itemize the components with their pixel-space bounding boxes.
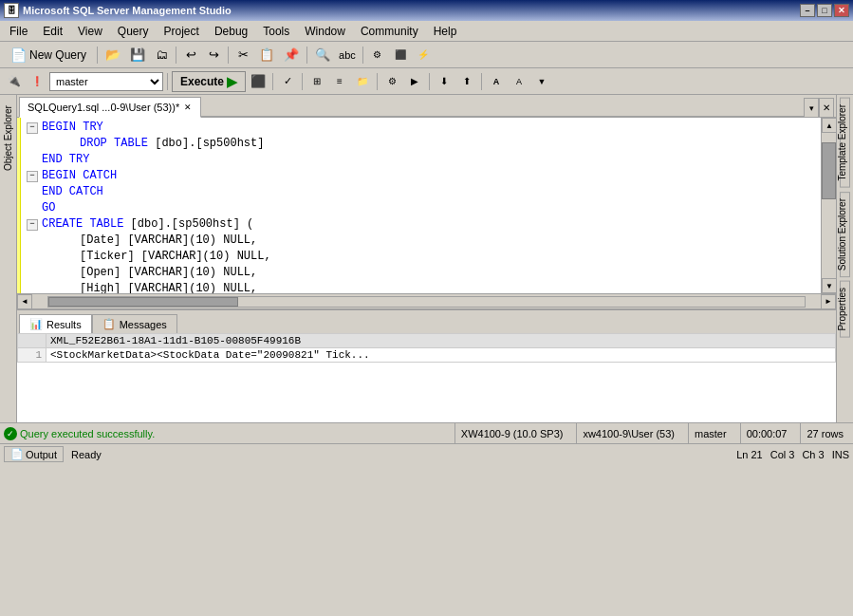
toggle-results[interactable]: ⬇: [434, 71, 454, 92]
separator6: [167, 73, 168, 90]
query-options[interactable]: ⚙: [381, 71, 402, 92]
code-token: END TRY: [42, 152, 89, 168]
results-tab-label: Results: [46, 319, 82, 330]
results-panel: 📊 Results 📋 Messages XML_F52E2B61-18A1-1…: [17, 308, 836, 422]
scroll-right-button[interactable]: ►: [821, 294, 836, 309]
copy-button[interactable]: 📋: [255, 45, 278, 65]
scroll-left-button[interactable]: ◄: [17, 294, 32, 309]
app-title: Microsoft SQL Server Management Studio: [23, 5, 800, 16]
hscroll-track: [47, 296, 806, 308]
execute-label: Execute: [180, 75, 224, 88]
fold-icon[interactable]: −: [27, 122, 38, 134]
scroll-thumb[interactable]: [822, 142, 836, 199]
code-token: [dbo].[sp500hst] (: [123, 216, 253, 233]
menu-project[interactable]: Project: [157, 21, 207, 41]
solution-explorer-tab[interactable]: Solution Explorer: [840, 192, 850, 277]
open-button[interactable]: 📂: [102, 45, 124, 65]
code-line: −BEGIN CATCH: [27, 168, 815, 184]
vertical-scrollbar[interactable]: ▲ ▼: [821, 118, 836, 293]
status-db: master: [688, 423, 732, 443]
stop-button[interactable]: ⬛: [248, 71, 269, 92]
execute-button[interactable]: Execute ▶: [172, 71, 246, 92]
status-user: xw4100-9\User (53): [576, 423, 680, 443]
object-explorer-tab[interactable]: Object Explorer: [0, 99, 16, 177]
properties-tab[interactable]: Properties: [840, 281, 850, 338]
separator9: [377, 73, 378, 90]
results-body: 1<StockMarketData><StockData Date="20090…: [18, 348, 836, 363]
toggle-messages[interactable]: ⬆: [456, 71, 477, 92]
right-sidebar: Template Explorer Solution Explorer Prop…: [836, 95, 853, 422]
toolbar-btn-misc3[interactable]: ⬛: [390, 45, 411, 65]
menu-debug[interactable]: Debug: [207, 21, 255, 41]
new-query-button[interactable]: 📄 New Query: [4, 45, 93, 65]
disconnect-button[interactable]: ❗: [27, 71, 47, 92]
maximize-button[interactable]: □: [817, 4, 832, 17]
menu-edit[interactable]: Edit: [35, 21, 70, 41]
find-button[interactable]: 🔍: [311, 45, 334, 65]
menu-community[interactable]: Community: [353, 21, 426, 41]
code-line: DROP TABLE [dbo].[sp500hst]: [27, 136, 815, 152]
editor-with-scroll: −BEGIN TRYDROP TABLE [dbo].[sp500hst]END…: [17, 118, 836, 293]
connect-button[interactable]: 🔌: [4, 71, 25, 92]
text-format-dd[interactable]: ▼: [531, 71, 552, 92]
template-explorer-tab[interactable]: Template Explorer: [840, 98, 850, 188]
col-header-xml: XML_F52E2B61-18A1-11d1-B105-00805F49916B: [46, 334, 836, 348]
menu-tools[interactable]: Tools: [255, 21, 297, 41]
ready-text: Ready: [71, 449, 102, 460]
separator1: [97, 47, 98, 64]
close-button[interactable]: ✕: [834, 4, 849, 17]
messages-tab-icon: 📋: [102, 318, 116, 330]
results-tab-bar: 📊 Results 📋 Messages: [17, 310, 836, 333]
messages-tab-label: Messages: [120, 319, 167, 330]
results-to-grid[interactable]: ⊞: [306, 71, 327, 92]
output-label: Output: [26, 449, 57, 460]
query-tab[interactable]: SQLQuery1.sql ...0-9\User (53))* ✕: [19, 97, 201, 118]
fold-icon[interactable]: −: [27, 171, 38, 182]
cmd-mode[interactable]: ▶: [404, 71, 425, 92]
fold-icon[interactable]: −: [27, 219, 38, 231]
save-button[interactable]: 💾: [126, 45, 149, 65]
paste-button[interactable]: 📌: [280, 45, 303, 65]
text-format-2[interactable]: A: [509, 71, 529, 92]
menu-window[interactable]: Window: [297, 21, 353, 41]
close-all-tabs-button[interactable]: ✕: [819, 98, 834, 117]
undo-button[interactable]: ↩: [180, 45, 201, 65]
toolbar-btn-misc4[interactable]: ⚡: [413, 45, 434, 65]
cut-button[interactable]: ✂: [232, 45, 253, 65]
save-all-button[interactable]: 🗂: [151, 45, 172, 65]
database-selector[interactable]: master: [49, 72, 163, 91]
row-number: 1: [18, 348, 46, 363]
tab-close-button[interactable]: ✕: [183, 103, 193, 112]
parse-button[interactable]: ✓: [277, 71, 298, 92]
code-token: [High] [VARCHAR](10) NULL,: [80, 281, 257, 293]
results-tab-icon: 📊: [29, 318, 43, 330]
results-tab[interactable]: 📊 Results: [19, 314, 92, 333]
toolbar-btn-misc1[interactable]: abc: [336, 45, 359, 65]
separator7: [272, 73, 273, 90]
minimize-button[interactable]: –: [800, 4, 815, 17]
scroll-up-button[interactable]: ▲: [822, 118, 836, 133]
tab-menu-button[interactable]: ▾: [804, 98, 819, 117]
status-rows: 27 rows: [800, 423, 849, 443]
menu-view[interactable]: View: [70, 21, 110, 41]
redo-button[interactable]: ↪: [203, 45, 224, 65]
output-tab[interactable]: 📄 Output: [4, 446, 64, 462]
code-token: [Ticker] [VARCHAR](10) NULL,: [80, 249, 271, 265]
menu-query[interactable]: Query: [110, 21, 157, 41]
hscroll-thumb[interactable]: [48, 297, 238, 307]
menu-bar: File Edit View Query Project Debug Tools…: [0, 21, 853, 42]
editor-content[interactable]: −BEGIN TRYDROP TABLE [dbo].[sp500hst]END…: [21, 118, 821, 293]
menu-file[interactable]: File: [2, 21, 35, 41]
menu-help[interactable]: Help: [426, 21, 465, 41]
text-format-1[interactable]: A: [486, 71, 507, 92]
results-to-file[interactable]: 📁: [352, 71, 373, 92]
main-area: Object Explorer SQLQuery1.sql ...0-9\Use…: [0, 95, 853, 422]
toolbar-btn-misc2[interactable]: ⚙: [367, 45, 388, 65]
results-to-text[interactable]: ≡: [329, 71, 350, 92]
horizontal-scrollbar[interactable]: ◄ ►: [17, 293, 836, 308]
messages-tab[interactable]: 📋 Messages: [92, 314, 177, 333]
bottom-status-bar: 📄 Output Ready Ln 21 Col 3 Ch 3 INS: [0, 443, 853, 464]
scroll-track: [822, 133, 836, 278]
separator10: [429, 73, 430, 90]
scroll-down-button[interactable]: ▼: [822, 278, 836, 293]
